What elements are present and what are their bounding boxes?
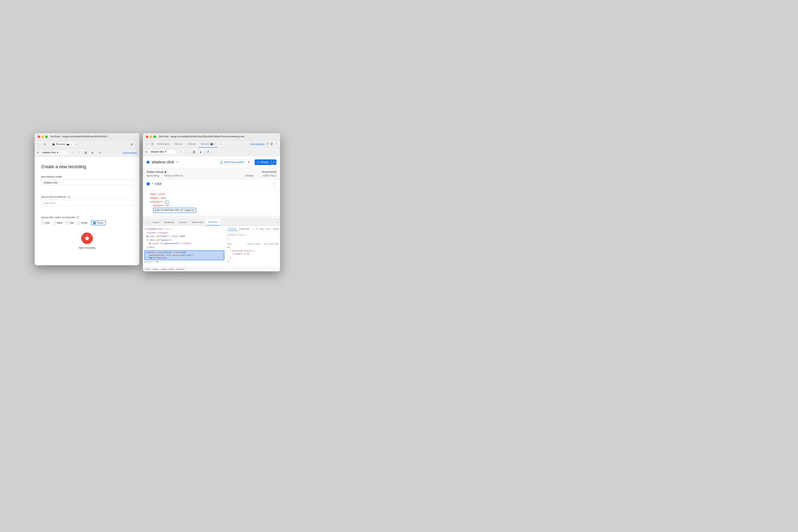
performance-panel-main-button[interactable]: Performance panel [218, 160, 247, 165]
selector-attribute-input[interactable] [41, 200, 133, 206]
info-icon[interactable]: ⓘ [247, 252, 249, 256]
more-options-icon[interactable]: ⋮ [134, 143, 137, 146]
right-recording-toolbar: + shadow click ▾ ↑ ↓ 🗑 ⏵ ↺ [143, 147, 280, 156]
responsive-icon[interactable]: ⊡ [43, 142, 47, 146]
pierce-checkbox[interactable] [93, 222, 96, 224]
breadcrumb-body[interactable]: body [153, 268, 158, 271]
xpath-checkbox-item[interactable]: XPath [77, 222, 87, 224]
nav-tab-performance[interactable]: Performance [155, 140, 172, 147]
recording-name-input[interactable] [41, 179, 133, 186]
help-icon[interactable]: ? [67, 196, 70, 198]
html-selected-element[interactable]: <button slot="title" role="tab" tabindex… [144, 250, 224, 260]
cursor-icon[interactable]: ⬚ [37, 142, 41, 146]
right-delete-icon[interactable]: 🗑 [192, 149, 197, 154]
nav-tab-more[interactable]: » [218, 140, 224, 147]
settings-icon[interactable]: ⚙ [130, 143, 133, 146]
styles-filter-input[interactable]: F [256, 228, 258, 230]
bottom-tab-elements[interactable]: Elements [206, 219, 220, 226]
bottom-tab-issues[interactable]: Issues [150, 219, 162, 226]
breadcrumb-button[interactable]: button [177, 268, 184, 271]
recording-dropdown[interactable]: shadow click ▾ [41, 150, 68, 155]
replay-settings-title[interactable]: Replay settings ▶ [146, 170, 167, 173]
styles-layout-icon[interactable]: ☰ [276, 228, 279, 231]
right-minimize-light[interactable] [150, 135, 152, 138]
traffic-lights [37, 135, 48, 138]
breadcrumb-fancy-tabs[interactable]: fancy-tabs [161, 268, 174, 271]
nav-responsive-icon[interactable]: ⊡ [150, 141, 154, 146]
tab-close-icon[interactable]: ✕ [70, 143, 72, 145]
bottom-dots-icon[interactable]: ⋮ [144, 221, 150, 224]
maximize-traffic-light[interactable] [45, 135, 48, 138]
aria-label: ARIA [57, 222, 62, 224]
right-recording-dropdown[interactable]: shadow click ▾ [149, 149, 176, 154]
performance-panel-dropdown-button[interactable]: ▾ [246, 159, 251, 165]
styles-tab-styles[interactable]: Styles [227, 227, 237, 231]
close-traffic-light[interactable] [37, 135, 40, 138]
xpath-label: XPath [81, 222, 87, 224]
selector-value-highlight[interactable]: pierce/button:nth-of-type(1) [153, 208, 196, 213]
dropdown-chevron-icon: ▾ [57, 151, 58, 154]
right-settings-icon[interactable]: ⚙ [270, 142, 273, 146]
nav-tab-memory[interactable]: Memory [173, 140, 185, 147]
environment-value: Desktop [245, 174, 254, 177]
styles-add-icon[interactable]: + [271, 228, 273, 230]
nav-tab-recorder[interactable]: Recorder 🎬 ✕ [198, 140, 218, 147]
bottom-panel-close-icon[interactable]: ✕ [277, 221, 279, 224]
right-more-icon[interactable]: ⋮ [275, 142, 278, 146]
text-checkbox-item[interactable]: Text [66, 222, 74, 224]
right-dropdown-chevron: ▾ [165, 151, 167, 153]
css-checkbox[interactable] [41, 222, 44, 224]
minimize-traffic-light[interactable] [41, 135, 44, 138]
left-window: DevTools - rawgit.com/ebidel/2d2bb0cdec3… [35, 133, 139, 265]
nav-cursor-icon[interactable]: ⬚ [145, 141, 149, 146]
styles-copy-icon[interactable]: ⊡ [274, 228, 275, 231]
replay-main-button[interactable]: ▷ Replay [255, 159, 271, 165]
replay-dropdown-button[interactable]: ▾ [271, 159, 277, 165]
right-help-icon[interactable]: ? [266, 143, 269, 145]
bottom-tab-rendering[interactable]: Rendering [161, 219, 176, 226]
right-recording-value: shadow click [151, 151, 164, 153]
rule-header: #ta fancy-tabs-….mo.html:302 [227, 242, 279, 246]
code-line-target: target: main [150, 196, 273, 200]
step-more-icon[interactable]: ⋮ [273, 182, 276, 186]
recorder-tab[interactable]: 🎬 Recorder 📷 ✕ [50, 142, 74, 146]
right-maximize-light[interactable] [153, 135, 156, 138]
styles-tab-more[interactable]: » [251, 227, 255, 230]
step-expand-icon[interactable]: ▾ [152, 182, 153, 185]
right-send-feedback-link[interactable]: Send feedback [250, 143, 265, 145]
import-icon[interactable]: ↓ [76, 150, 82, 155]
bottom-tab-whats-new[interactable]: What's New [189, 219, 206, 226]
right-play-icon[interactable]: ⏵ [198, 149, 204, 154]
styles-tab-computed[interactable]: Computed [238, 227, 251, 230]
styles-hov-button[interactable]: :hov [259, 228, 264, 230]
send-feedback-link[interactable]: Send feedback [123, 151, 137, 154]
right-add-recording-button[interactable]: + [145, 150, 147, 154]
edit-recording-name-icon[interactable]: ✏ [176, 160, 179, 164]
perf-refresh-icon [220, 161, 223, 163]
right-replay-icon[interactable]: ↺ [205, 149, 211, 154]
right-export-icon[interactable]: ↑ [178, 149, 183, 154]
record-dot-icon [85, 237, 89, 240]
text-checkbox[interactable] [66, 222, 68, 224]
start-recording-button[interactable] [81, 232, 93, 244]
aria-checkbox[interactable] [53, 222, 56, 224]
styles-cls-button[interactable]: .cls [265, 228, 270, 230]
export-icon[interactable]: ↑ [70, 150, 75, 155]
delete-icon[interactable]: 🗑 [83, 150, 88, 155]
xpath-checkbox[interactable] [77, 222, 80, 224]
add-recording-button[interactable]: + [37, 151, 39, 155]
nav-tab-sources[interactable]: Sources [186, 140, 198, 147]
right-close-light[interactable] [146, 135, 148, 138]
more-tabs-icon[interactable]: » [76, 143, 77, 145]
css-checkbox-item[interactable]: CSS [41, 222, 50, 224]
bottom-tab-console[interactable]: Console [177, 219, 189, 226]
pierce-checkbox-item[interactable]: Pierce [91, 220, 105, 225]
html-selected-block[interactable]: <button slot="title" role="tab" tabindex… [144, 250, 224, 260]
aria-checkbox-item[interactable]: ARIA [53, 222, 62, 224]
play-icon[interactable]: ⏵ [90, 150, 95, 155]
selector-types-help-icon[interactable]: ? [76, 216, 79, 219]
right-import-icon[interactable]: ↓ [185, 149, 190, 154]
element-style-selector: element.style { [227, 233, 279, 237]
replay-icon[interactable]: ↺ [97, 150, 102, 155]
breadcrumb-html[interactable]: html [145, 268, 150, 271]
